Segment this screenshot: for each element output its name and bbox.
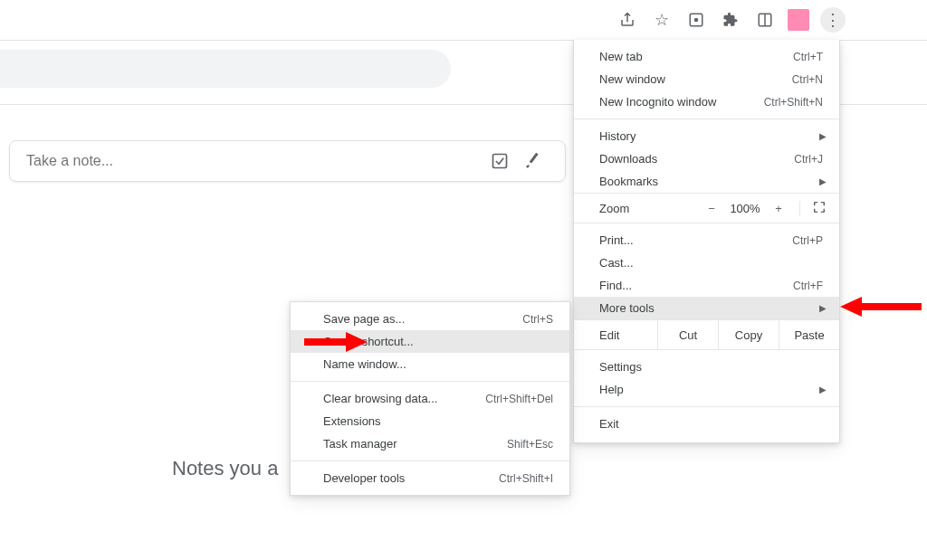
menu-label: Cast...: [599, 256, 823, 270]
submenu-item-devtools[interactable]: Developer tools Ctrl+Shift+I: [291, 467, 569, 489]
menu-label: Clear browsing data...: [323, 392, 485, 405]
svg-rect-4: [493, 155, 507, 168]
menu-separator: [574, 119, 839, 119]
menu-shortcut: Ctrl+J: [794, 153, 823, 166]
kebab-menu-icon[interactable]: ⋮: [820, 7, 846, 33]
submenu-item-name-window[interactable]: Name window...: [291, 353, 569, 375]
submenu-item-save-page[interactable]: Save page as... Ctrl+S: [291, 308, 569, 330]
chrome-toolbar: ☆ ⋮: [0, 0, 927, 41]
menu-label: Exit: [599, 417, 823, 431]
menu-label: Bookmarks: [599, 175, 823, 188]
zoom-value: 100%: [725, 202, 765, 215]
menu-label: Name window...: [323, 357, 553, 371]
menu-label: History: [599, 129, 823, 143]
menu-label: Print...: [599, 233, 792, 247]
menu-label: New tab: [599, 50, 793, 63]
menu-separator: [291, 460, 569, 461]
menu-item-history[interactable]: History ▶: [574, 125, 839, 147]
menu-label: Find...: [599, 279, 793, 292]
menu-label: Developer tools: [323, 471, 499, 485]
menu-item-edit: Edit Cut Copy Paste: [574, 319, 839, 350]
apps-icon[interactable]: [684, 8, 708, 32]
take-a-note-input[interactable]: [26, 153, 483, 169]
menu-label: Create shortcut...: [323, 335, 553, 348]
fullscreen-icon[interactable]: [799, 201, 830, 216]
submenu-item-task-manager[interactable]: Task manager Shift+Esc: [291, 432, 569, 455]
chevron-right-icon: ▶: [819, 176, 827, 186]
menu-item-incognito[interactable]: New Incognito window Ctrl+Shift+N: [574, 90, 839, 113]
menu-item-new-tab[interactable]: New tab Ctrl+T: [574, 45, 839, 68]
menu-item-downloads[interactable]: Downloads Ctrl+J: [574, 147, 839, 170]
menu-shortcut: Ctrl+Shift+Del: [485, 393, 553, 405]
puzzle-icon[interactable]: [719, 8, 742, 32]
paste-button[interactable]: Paste: [779, 320, 839, 349]
menu-shortcut: Ctrl+T: [793, 51, 823, 63]
menu-shortcut: Ctrl+P: [792, 234, 823, 247]
menu-item-exit[interactable]: Exit: [574, 413, 839, 435]
submenu-item-extensions[interactable]: Extensions: [291, 410, 569, 432]
cut-button[interactable]: Cut: [657, 320, 718, 349]
menu-label: Save page as...: [323, 312, 522, 326]
menu-label: Extensions: [323, 414, 553, 428]
keep-note-bar: [9, 140, 566, 182]
profile-avatar[interactable]: [788, 9, 809, 31]
menu-item-bookmarks[interactable]: Bookmarks ▶: [574, 170, 839, 193]
annotation-arrow-more-tools: [840, 295, 927, 318]
checkbox-icon[interactable]: [483, 145, 516, 177]
chevron-right-icon: ▶: [819, 303, 827, 313]
chevron-right-icon: ▶: [819, 384, 827, 394]
menu-label: Settings: [599, 360, 823, 374]
edit-label: Edit: [574, 328, 657, 342]
zoom-label: Zoom: [599, 202, 698, 215]
zoom-out-button[interactable]: −: [698, 202, 725, 215]
menu-item-more-tools[interactable]: More tools ▶: [574, 297, 839, 319]
menu-item-find[interactable]: Find... Ctrl+F: [574, 274, 839, 297]
submenu-item-create-shortcut[interactable]: Create shortcut...: [291, 330, 569, 353]
menu-label: More tools: [599, 301, 823, 315]
menu-shortcut: Ctrl+Shift+I: [499, 472, 553, 485]
submenu-item-clear-data[interactable]: Clear browsing data... Ctrl+Shift+Del: [291, 387, 569, 410]
menu-shortcut: Ctrl+N: [792, 73, 823, 86]
menu-item-settings[interactable]: Settings: [574, 356, 839, 378]
zoom-in-button[interactable]: +: [765, 202, 792, 215]
star-icon[interactable]: ☆: [650, 8, 674, 32]
menu-item-zoom: Zoom − 100% +: [574, 193, 839, 223]
menu-item-help[interactable]: Help ▶: [574, 378, 839, 401]
chrome-main-menu: New tab Ctrl+T New window Ctrl+N New Inc…: [573, 40, 840, 443]
svg-point-1: [694, 18, 699, 23]
reader-icon[interactable]: [753, 8, 777, 32]
menu-item-cast[interactable]: Cast...: [574, 252, 839, 274]
menu-label: Help: [599, 383, 823, 396]
menu-shortcut: Ctrl+S: [522, 313, 553, 326]
menu-separator: [291, 381, 569, 382]
menu-shortcut: Ctrl+Shift+N: [764, 96, 823, 109]
share-icon[interactable]: [616, 8, 639, 32]
notes-heading: Notes you a: [172, 457, 278, 480]
svg-marker-6: [840, 297, 862, 317]
menu-item-print[interactable]: Print... Ctrl+P: [574, 229, 839, 252]
menu-label: New window: [599, 72, 792, 86]
brush-icon[interactable]: [516, 145, 549, 177]
menu-shortcut: Shift+Esc: [507, 438, 553, 451]
menu-shortcut: Ctrl+F: [793, 280, 823, 292]
menu-label: New Incognito window: [599, 95, 764, 109]
menu-label: Downloads: [599, 152, 794, 166]
submenu-more-tools: Save page as... Ctrl+S Create shortcut..…: [290, 301, 570, 496]
copy-button[interactable]: Copy: [718, 320, 779, 349]
menu-label: Task manager: [323, 437, 507, 451]
omnibox-pill[interactable]: [0, 50, 451, 88]
menu-separator: [574, 406, 839, 407]
menu-item-new-window[interactable]: New window Ctrl+N: [574, 68, 839, 90]
chevron-right-icon: ▶: [819, 131, 827, 141]
